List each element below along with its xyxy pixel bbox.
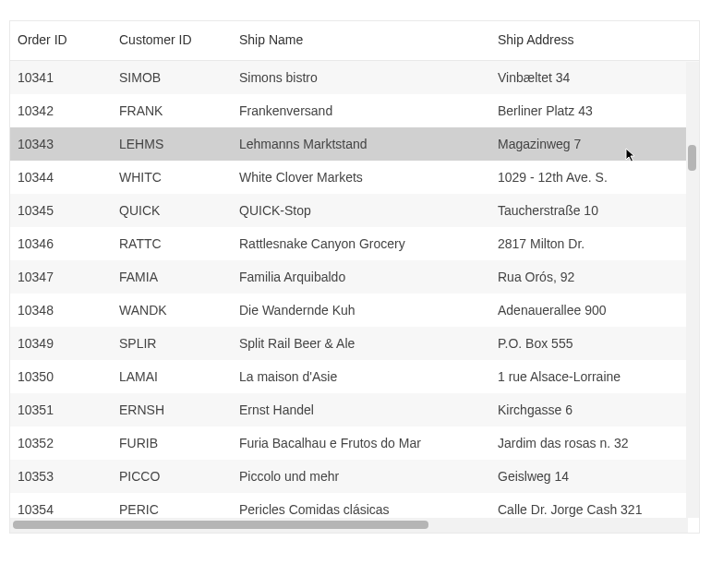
cell-shipname[interactable]: Pericles Comidas clásicas	[232, 495, 490, 518]
table-row[interactable]: 10349SPLIRSplit Rail Beer & AleP.O. Box …	[10, 327, 699, 360]
cell-orderid[interactable]: 10344	[10, 162, 112, 192]
cell-shipname[interactable]: Lehmanns Marktstand	[232, 129, 490, 159]
cell-orderid[interactable]: 10352	[10, 428, 112, 458]
cell-shipname[interactable]: Piccolo und mehr	[232, 462, 490, 491]
cell-customerid[interactable]: FRANK	[112, 96, 232, 126]
cell-shipaddress[interactable]: Magazinweg 7	[490, 129, 684, 159]
cell-shipaddress[interactable]: Berliner Platz 43	[490, 96, 684, 126]
cell-shipname[interactable]: Furia Bacalhau e Frutos do Mar	[232, 428, 490, 458]
cell-customerid[interactable]: FAMIA	[112, 262, 232, 292]
cell-customerid[interactable]: SIMOB	[112, 63, 232, 92]
cell-orderid[interactable]: 10348	[10, 295, 112, 325]
cell-shipaddress[interactable]: P.O. Box 555	[490, 329, 684, 358]
cell-shipaddress[interactable]: Kirchgasse 6	[490, 395, 684, 425]
cell-orderid[interactable]: 10345	[10, 196, 112, 225]
cell-shipaddress[interactable]: 1 rue Alsace-Lorraine	[490, 362, 684, 391]
vertical-scrollbar-thumb[interactable]	[688, 145, 696, 171]
table-row[interactable]: 10345QUICKQUICK-StopTaucherstraße 10	[10, 194, 699, 227]
grid-header-row: Order ID Customer ID Ship Name Ship Addr…	[10, 21, 699, 61]
cell-shipname[interactable]: White Clover Markets	[232, 162, 490, 192]
cell-shipaddress[interactable]: 1029 - 12th Ave. S.	[490, 162, 684, 192]
cell-shipname[interactable]: Simons bistro	[232, 63, 490, 92]
table-row[interactable]: 10343LEHMSLehmanns MarktstandMagazinweg …	[10, 127, 699, 161]
cell-shipname[interactable]: Familia Arquibaldo	[232, 262, 490, 292]
cell-customerid[interactable]: QUICK	[112, 196, 232, 225]
table-row[interactable]: 10341SIMOBSimons bistroVinbæltet 34	[10, 61, 699, 94]
cell-shipname[interactable]: Rattlesnake Canyon Grocery	[232, 229, 490, 258]
cell-customerid[interactable]: PERIC	[112, 495, 232, 518]
cell-orderid[interactable]: 10346	[10, 229, 112, 258]
table-row[interactable]: 10344WHITCWhite Clover Markets1029 - 12t…	[10, 161, 699, 194]
cell-shipname[interactable]: Frankenversand	[232, 96, 490, 126]
cell-orderid[interactable]: 10343	[10, 129, 112, 159]
cell-shipaddress[interactable]: Geislweg 14	[490, 462, 684, 491]
table-row[interactable]: 10348WANDKDie Wandernde KuhAdenauerallee…	[10, 294, 699, 327]
cell-shipname[interactable]: Die Wandernde Kuh	[232, 295, 490, 325]
cell-customerid[interactable]: FURIB	[112, 428, 232, 458]
cell-orderid[interactable]: 10341	[10, 63, 112, 92]
horizontal-scrollbar-track[interactable]	[10, 518, 688, 533]
horizontal-scrollbar-thumb[interactable]	[13, 521, 428, 529]
cell-customerid[interactable]: SPLIR	[112, 329, 232, 358]
cell-orderid[interactable]: 10354	[10, 495, 112, 518]
cell-orderid[interactable]: 10342	[10, 96, 112, 126]
table-row[interactable]: 10351ERNSHErnst HandelKirchgasse 6	[10, 393, 699, 426]
cell-customerid[interactable]: PICCO	[112, 462, 232, 491]
cell-customerid[interactable]: RATTC	[112, 229, 232, 258]
cell-orderid[interactable]: 10347	[10, 262, 112, 292]
cell-orderid[interactable]: 10351	[10, 395, 112, 425]
cell-customerid[interactable]: LAMAI	[112, 362, 232, 391]
grid-body[interactable]: 10341SIMOBSimons bistroVinbæltet 3410342…	[10, 61, 699, 518]
cell-customerid[interactable]: WHITC	[112, 162, 232, 192]
table-row[interactable]: 10354PERICPericles Comidas clásicasCalle…	[10, 493, 699, 518]
cell-shipaddress[interactable]: Rua Orós, 92	[490, 262, 684, 292]
data-grid[interactable]: Order ID Customer ID Ship Name Ship Addr…	[9, 20, 700, 534]
cell-shipaddress[interactable]: Adenauerallee 900	[490, 295, 684, 325]
vertical-scrollbar-track[interactable]	[686, 62, 699, 518]
cell-customerid[interactable]: LEHMS	[112, 129, 232, 159]
cell-shipname[interactable]: QUICK-Stop	[232, 196, 490, 225]
cell-customerid[interactable]: ERNSH	[112, 395, 232, 425]
column-header-shipname[interactable]: Ship Name	[232, 21, 490, 60]
cell-shipaddress[interactable]: Vinbæltet 34	[490, 63, 684, 92]
column-header-shipaddress[interactable]: Ship Address	[490, 21, 684, 60]
cell-shipaddress[interactable]: Jardim das rosas n. 32	[490, 428, 684, 458]
table-row[interactable]: 10342FRANKFrankenversandBerliner Platz 4…	[10, 94, 699, 127]
cell-orderid[interactable]: 10349	[10, 329, 112, 358]
cell-orderid[interactable]: 10350	[10, 362, 112, 391]
cell-orderid[interactable]: 10353	[10, 462, 112, 491]
cell-shipname[interactable]: Split Rail Beer & Ale	[232, 329, 490, 358]
table-row[interactable]: 10353PICCOPiccolo und mehrGeislweg 14	[10, 460, 699, 493]
column-header-orderid[interactable]: Order ID	[10, 21, 112, 60]
table-row[interactable]: 10347FAMIAFamilia ArquibaldoRua Orós, 92	[10, 260, 699, 294]
column-header-customerid[interactable]: Customer ID	[112, 21, 232, 60]
cell-shipaddress[interactable]: 2817 Milton Dr.	[490, 229, 684, 258]
table-row[interactable]: 10352FURIBFuria Bacalhau e Frutos do Mar…	[10, 426, 699, 460]
table-row[interactable]: 10346RATTCRattlesnake Canyon Grocery2817…	[10, 227, 699, 260]
cell-shipaddress[interactable]: Calle Dr. Jorge Cash 321	[490, 495, 684, 518]
cell-shipname[interactable]: La maison d'Asie	[232, 362, 490, 391]
cell-shipaddress[interactable]: Taucherstraße 10	[490, 196, 684, 225]
table-row[interactable]: 10350LAMAILa maison d'Asie1 rue Alsace-L…	[10, 360, 699, 393]
cell-shipname[interactable]: Ernst Handel	[232, 395, 490, 425]
cell-customerid[interactable]: WANDK	[112, 295, 232, 325]
